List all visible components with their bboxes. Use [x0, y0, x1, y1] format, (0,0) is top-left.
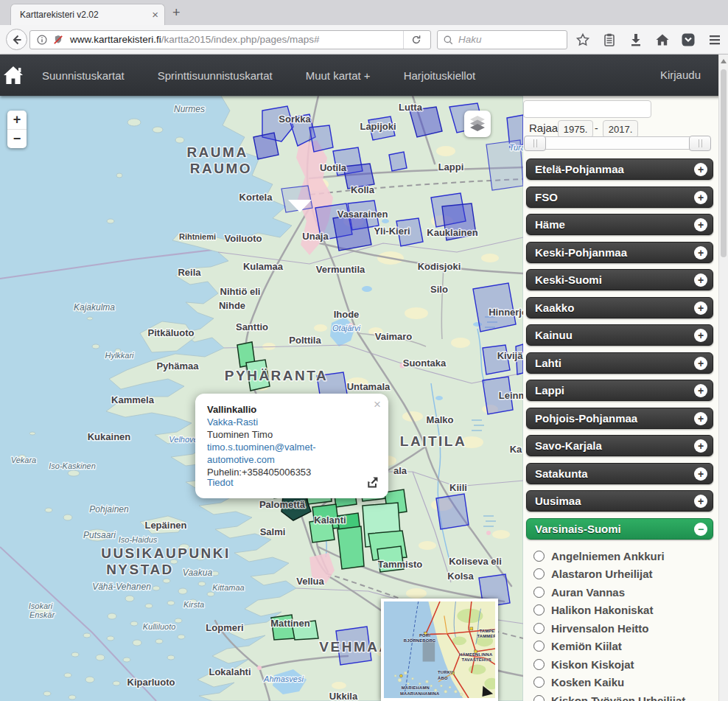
radio-icon[interactable]	[533, 659, 545, 670]
map-label: Ka	[510, 444, 522, 455]
minimap-city-label: TAMPERE	[479, 629, 495, 633]
map-label: Sorkka	[279, 114, 311, 125]
map-label: Salmi	[260, 526, 286, 537]
menu-hamburger-icon[interactable]	[707, 32, 722, 47]
map-label: Lopmeri	[206, 622, 243, 633]
region-accordion-pohjois-pohjanmaa[interactable]: Pohjois-Pohjanmaa+	[526, 408, 713, 429]
map-canvas[interactable]: NurmesSorkkaLapijokiLuttaTurajärviRAUMAR…	[0, 96, 523, 701]
map-label: Nurmes	[174, 104, 205, 114]
radio-icon[interactable]	[533, 641, 545, 652]
back-button[interactable]	[6, 29, 27, 50]
year-range-slider[interactable]	[525, 136, 709, 150]
login-link[interactable]: Kirjaudu	[660, 55, 701, 96]
plus-icon: +	[694, 495, 707, 508]
club-item[interactable]: Kosken Kaiku	[533, 674, 718, 692]
club-item[interactable]: Alastaron Urheilijat	[533, 565, 718, 584]
radio-icon[interactable]	[533, 623, 545, 634]
map-label: Silo	[430, 284, 448, 295]
region-accordion-satakunta[interactable]: Satakunta+	[526, 463, 713, 484]
club-item[interactable]: Halikon Hakoniskat	[533, 601, 718, 620]
page-scrollbar[interactable]	[718, 55, 728, 701]
region-label: Pohjois-Pohjanmaa	[535, 408, 637, 428]
scrollbar-thumb[interactable]	[721, 69, 727, 257]
url-text[interactable]: www.karttarekisteri.fi/kartta2015/index.…	[70, 31, 319, 49]
popup-details-link[interactable]: Tiedot	[207, 477, 234, 488]
region-accordion-etel-pohjanmaa[interactable]: Etelä-Pohjanmaa+	[526, 158, 713, 180]
map-label: Otajärvi	[332, 324, 360, 332]
url-bar[interactable]: www.karttarekisteri.fi/kartta2015/index.…	[29, 30, 431, 49]
region-accordion-lahti[interactable]: Lahti+	[526, 352, 713, 374]
info-icon[interactable]	[36, 34, 48, 46]
browser-search-field[interactable]: Haku	[437, 30, 567, 49]
nav-item-harjoituskiellot[interactable]: Harjoituskiellot	[404, 69, 476, 82]
range-from-input[interactable]	[558, 120, 593, 138]
bookmarks-clipboard-icon[interactable]	[602, 32, 617, 47]
downloads-icon[interactable]	[629, 32, 643, 47]
zoom-control: + −	[7, 111, 27, 148]
popup-close-icon[interactable]: ×	[374, 398, 381, 411]
region-label: FSO	[535, 187, 558, 207]
map-label: Malko	[427, 414, 454, 425]
region-accordion-kaakko[interactable]: Kaakko+	[526, 297, 713, 318]
radio-icon[interactable]	[533, 587, 545, 598]
club-item[interactable]: Kiskon Työväen Urheilijat	[533, 691, 718, 701]
map-label: Tammisto	[378, 559, 422, 570]
mixed-content-blocked-icon[interactable]	[52, 34, 64, 46]
radio-icon[interactable]	[533, 568, 545, 579]
zoom-in-button[interactable]: +	[7, 111, 27, 129]
home-icon[interactable]	[655, 32, 670, 47]
radio-icon[interactable]	[533, 551, 545, 562]
range-to-input[interactable]	[603, 120, 638, 138]
zoom-out-button[interactable]: −	[7, 129, 27, 148]
nav-item-sprinttisuunnistuskartat[interactable]: Sprinttisuunnistuskartat	[158, 69, 273, 82]
radio-icon[interactable]	[533, 695, 545, 701]
plus-icon: +	[694, 273, 707, 287]
plus-icon: +	[694, 218, 707, 231]
radio-icon[interactable]	[533, 677, 545, 688]
map-label: Nihde	[219, 300, 245, 311]
map-label: Nihtiö eli	[220, 286, 261, 297]
slider-handle-max[interactable]	[689, 136, 711, 151]
search-maps-input[interactable]	[523, 100, 651, 118]
reload-button[interactable]	[403, 31, 430, 49]
browser-tab[interactable]: Karttarekisteri v2.02 ×	[10, 4, 165, 26]
nav-item-muut-kartat[interactable]: Muut kartat +	[306, 69, 371, 82]
region-accordion-kainuu[interactable]: Kainuu+	[526, 324, 713, 346]
map-popup: × Vallinkallio Vakka-Rasti Tuominen Timo…	[195, 394, 388, 498]
region-accordion-fso[interactable]: FSO+	[526, 186, 713, 208]
popup-map-title: Vallinkallio	[207, 403, 381, 416]
plus-icon: +	[694, 301, 707, 315]
region-accordion-keski-pohjanmaa[interactable]: Keski-Pohjanmaa+	[526, 242, 713, 263]
region-accordion-h-me[interactable]: Häme+	[526, 214, 713, 235]
region-label: Satakunta	[535, 464, 588, 484]
club-item[interactable]: Auran Vannas	[533, 583, 718, 601]
region-accordion-uusimaa[interactable]: Uusimaa+	[526, 490, 713, 512]
map-label: Koliseva eli	[449, 556, 502, 567]
site-home-icon[interactable]	[2, 65, 24, 86]
overview-minimap[interactable]: PORIBJÖRNEBORGTAMPERETAMMERFORSHÄMEENLIN…	[381, 599, 498, 701]
new-tab-button[interactable]: +	[172, 2, 181, 24]
club-item[interactable]: Kiskon Kiskojat	[533, 655, 718, 674]
region-accordion-savo-karjala[interactable]: Savo-Karjala+	[526, 435, 713, 456]
popup-club-link[interactable]: Vakka-Rasti	[207, 416, 381, 428]
nav-item-suunnistuskartat[interactable]: Suunnistuskartat	[42, 69, 125, 82]
region-accordion-lappi[interactable]: Lappi+	[526, 380, 713, 401]
scrollbar-up-arrow[interactable]	[721, 59, 727, 63]
region-accordion-varsinais-suomi[interactable]: Varsinais-Suomi−	[526, 518, 713, 540]
region-accordion-keski-suomi[interactable]: Keski-Suomi+	[526, 269, 713, 290]
club-item[interactable]: Kemiön Kiilat	[533, 638, 718, 656]
map-label: Kiili	[449, 482, 467, 493]
popup-email-link[interactable]: timo.s.tuominen@valmet-automotive.com	[207, 441, 381, 466]
map-label: Palomettä	[259, 499, 306, 510]
radio-icon[interactable]	[533, 604, 545, 615]
pocket-icon[interactable]	[681, 32, 696, 47]
slider-handle-min[interactable]	[524, 136, 546, 151]
layers-button[interactable]	[464, 111, 491, 137]
share-icon[interactable]	[365, 476, 379, 489]
region-label: Keski-Suomi	[535, 270, 602, 290]
tab-close-icon[interactable]: ×	[152, 4, 158, 25]
club-item[interactable]: Angelniemen Ankkuri	[533, 547, 718, 565]
bookmark-star-icon[interactable]	[575, 32, 590, 47]
browser-tab-bar: Karttarekisteri v2.02 × +	[0, 0, 728, 25]
club-item[interactable]: Hirvensalon Heitto	[533, 619, 718, 638]
